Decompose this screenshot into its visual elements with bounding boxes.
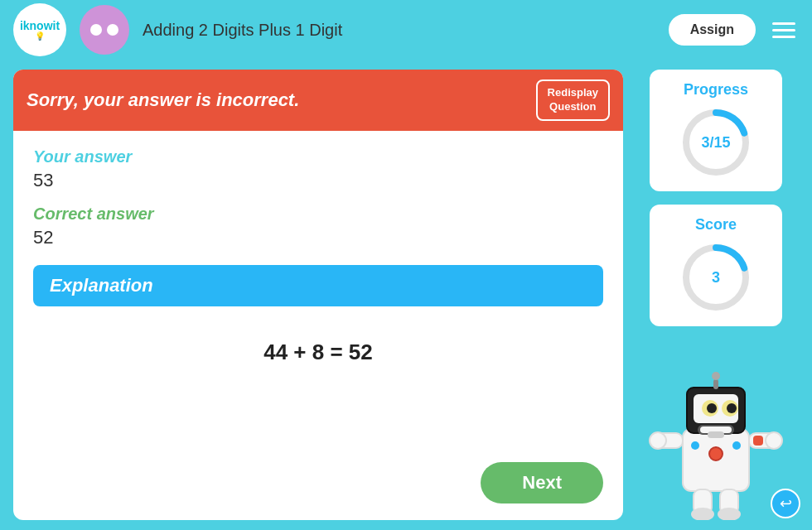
progress-value: 3/15: [701, 134, 730, 152]
main-content: Sorry, your answer is incorrect. Redispl…: [0, 60, 812, 530]
redisplay-button[interactable]: RedisplayQuestion: [536, 80, 610, 121]
hamburger-line-2: [772, 29, 795, 31]
your-answer-label: Your answer: [33, 147, 603, 166]
mascot-circle: [80, 5, 129, 55]
mascot-dot-1: [90, 24, 102, 36]
svg-rect-13: [713, 379, 718, 389]
page-title: Adding 2 Digits Plus 1 Digit: [143, 21, 655, 40]
hamburger-line-1: [772, 22, 795, 25]
svg-point-24: [709, 447, 723, 460]
next-button[interactable]: Next: [481, 462, 603, 504]
incorrect-message: Sorry, your answer is incorrect.: [27, 89, 299, 111]
left-panel: Sorry, your answer is incorrect. Redispl…: [13, 70, 623, 520]
mascot-dot-2: [107, 24, 118, 36]
svg-point-18: [650, 432, 666, 449]
your-answer-value: 53: [33, 170, 603, 191]
correct-answer-label: Correct answer: [33, 205, 603, 224]
logo: iknowit 💡: [13, 3, 66, 56]
hamburger-menu-button[interactable]: [769, 19, 799, 41]
score-circle: 3: [679, 240, 753, 315]
svg-point-19: [766, 432, 782, 449]
explanation-header: Explanation: [33, 265, 603, 306]
explanation-label: Explanation: [50, 275, 153, 296]
correct-answer-value: 52: [33, 227, 603, 248]
logo-text: iknowit: [20, 20, 60, 31]
mascot-dots: [90, 24, 118, 36]
progress-label: Progress: [684, 81, 748, 99]
next-btn-container: Next: [13, 462, 623, 520]
robot-mascot-area: [645, 340, 786, 520]
logo-icon: 💡: [35, 31, 45, 41]
svg-point-14: [712, 372, 720, 380]
robot-mascot: [645, 354, 786, 520]
svg-rect-15: [708, 431, 724, 438]
svg-point-25: [691, 441, 699, 450]
back-button[interactable]: ↩: [771, 489, 800, 518]
right-panel: Progress 3/15 Score 3: [633, 70, 799, 520]
progress-box: Progress 3/15: [650, 70, 782, 191]
incorrect-banner: Sorry, your answer is incorrect. Redispl…: [13, 70, 623, 131]
svg-point-9: [707, 403, 717, 413]
svg-rect-27: [753, 436, 763, 446]
header: iknowit 💡 Adding 2 Digits Plus 1 Digit A…: [0, 0, 812, 60]
hamburger-line-3: [772, 36, 795, 38]
score-value: 3: [712, 269, 720, 287]
assign-button[interactable]: Assign: [669, 14, 756, 46]
answer-area: Your answer 53 Correct answer 52 Explana…: [13, 131, 623, 462]
explanation-equation: 44 + 8 = 52: [33, 323, 603, 382]
score-box: Score 3: [650, 205, 782, 326]
back-arrow-icon: ↩: [780, 494, 792, 513]
svg-point-10: [727, 403, 737, 413]
progress-circle: 3/15: [679, 105, 753, 180]
svg-point-26: [732, 441, 741, 450]
score-label: Score: [695, 216, 737, 234]
